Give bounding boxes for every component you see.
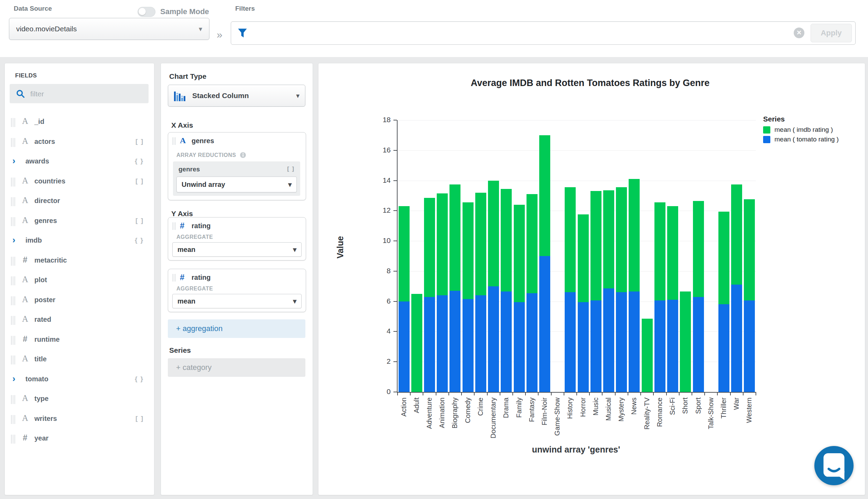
bar-segment-imdb-Romance[interactable] [654, 202, 665, 300]
bar-segment-tomato-Fantasy[interactable] [527, 293, 538, 392]
bar-segment-imdb-War[interactable] [731, 184, 742, 285]
field-item-genres[interactable]: Agenres[ ] [5, 214, 154, 229]
bar-segment-imdb-Family[interactable] [514, 205, 525, 302]
drag-handle-icon[interactable] [11, 316, 12, 325]
drag-handle-icon[interactable] [11, 415, 12, 424]
drag-handle-icon[interactable] [11, 197, 12, 206]
x-axis-encoding-card[interactable]: A genres ARRAY REDUCTIONS genres [ ] Unw… [168, 132, 306, 200]
filters-input[interactable] [252, 24, 786, 42]
drag-handle-icon[interactable] [11, 138, 12, 147]
bar-segment-imdb-Documentary[interactable] [488, 181, 499, 286]
bar-segment-tomato-Music[interactable] [590, 300, 601, 392]
bar-segment-imdb-Animation[interactable] [437, 193, 448, 295]
drag-handle-icon[interactable] [11, 296, 12, 305]
bar-segment-tomato-Film-Noir[interactable] [539, 256, 550, 392]
bar-segment-tomato-Horror[interactable] [578, 302, 589, 392]
field-item-tomato[interactable]: ›tomato{ } [5, 372, 154, 387]
drag-handle-icon[interactable] [172, 137, 173, 145]
chat-widget-button[interactable] [814, 446, 854, 485]
field-search-input[interactable] [30, 87, 144, 101]
data-source-select[interactable]: video.movieDetails ▾ [9, 18, 209, 40]
bar-segment-tomato-Documentary[interactable] [488, 286, 499, 392]
field-item-runtime[interactable]: #runtime [5, 333, 154, 348]
bar-segment-tomato-Romance[interactable] [654, 300, 665, 392]
bar-segment-imdb-Comedy[interactable] [463, 202, 474, 299]
drag-handle-icon[interactable] [11, 435, 12, 444]
bar-segment-tomato-Thriller[interactable] [718, 304, 729, 392]
bar-segment-tomato-Family[interactable] [514, 302, 525, 392]
expand-chevron-icon[interactable]: › [12, 235, 15, 244]
bar-segment-tomato-Sci-Fi[interactable] [667, 300, 678, 392]
bar-segment-imdb-Thriller[interactable] [718, 212, 729, 305]
bar-segment-imdb-Mystery[interactable] [616, 187, 627, 292]
bar-segment-tomato-News[interactable] [629, 291, 640, 392]
drag-handle-icon[interactable] [11, 336, 12, 345]
y-axis-encoding-card-1[interactable]: #ratingAGGREGATEmean▾ [168, 217, 306, 261]
field-item-type[interactable]: Atype [5, 392, 154, 407]
bar-segment-imdb-Western[interactable] [744, 199, 755, 300]
field-item-awards[interactable]: ›awards{ } [5, 155, 154, 170]
field-item-plot[interactable]: Aplot [5, 273, 154, 288]
clear-filter-icon[interactable]: ✕ [794, 28, 804, 38]
drag-handle-icon[interactable] [11, 118, 12, 127]
bar-segment-tomato-Action[interactable] [399, 301, 410, 392]
field-item-title[interactable]: Atitle [5, 352, 154, 368]
aggregate-select[interactable]: mean▾ [172, 294, 302, 308]
field-item-metacritic[interactable]: #metacritic [5, 254, 154, 269]
field-item-_id[interactable]: A_id [5, 115, 154, 130]
expand-chevron-icon[interactable]: › [12, 374, 15, 383]
apply-button[interactable]: Apply [811, 24, 852, 42]
drag-handle-icon[interactable] [11, 217, 12, 226]
field-item-countries[interactable]: Acountries[ ] [5, 174, 154, 190]
bar-segment-tomato-Western[interactable] [744, 300, 755, 392]
bar-segment-tomato-Crime[interactable] [475, 295, 486, 392]
bar-segment-tomato-Biography[interactable] [449, 291, 460, 392]
bar-segment-imdb-News[interactable] [629, 179, 640, 291]
add-category-button[interactable]: + category [168, 358, 305, 377]
field-item-director[interactable]: Adirector [5, 194, 154, 209]
bar-segment-tomato-Sport[interactable] [693, 297, 704, 392]
chart-type-select[interactable]: Stacked Column ▾ [168, 85, 305, 107]
bar-segment-imdb-Adventure[interactable] [424, 198, 435, 297]
y-axis-encoding-card-2[interactable]: #ratingAGGREGATEmean▾ [168, 269, 306, 312]
add-aggregation-button[interactable]: + aggregation [168, 319, 305, 338]
field-item-rated[interactable]: Arated [5, 313, 154, 328]
bar-segment-imdb-Horror[interactable] [578, 214, 589, 302]
bar-segment-imdb-Action[interactable] [399, 206, 410, 301]
bar-segment-imdb-Film-Noir[interactable] [539, 135, 550, 256]
bar-segment-tomato-Animation[interactable] [437, 295, 448, 392]
aggregate-select[interactable]: mean▾ [172, 242, 302, 257]
bar-segment-tomato-War[interactable] [731, 285, 742, 392]
bar-segment-imdb-Sport[interactable] [693, 201, 704, 297]
field-item-writers[interactable]: Awriters[ ] [5, 412, 154, 427]
drag-handle-icon[interactable] [11, 395, 12, 404]
bar-segment-tomato-Adventure[interactable] [424, 297, 435, 392]
bar-segment-imdb-Biography[interactable] [449, 184, 460, 291]
drag-handle-icon[interactable] [11, 355, 12, 364]
drag-handle-icon[interactable] [11, 178, 12, 187]
bar-segment-tomato-History[interactable] [565, 292, 576, 392]
expand-chevron-icon[interactable]: › [12, 156, 15, 165]
bar-segment-imdb-Short[interactable] [680, 291, 691, 392]
bar-segment-tomato-Comedy[interactable] [463, 299, 474, 392]
bar-segment-imdb-Drama[interactable] [501, 189, 512, 291]
bar-segment-tomato-Drama[interactable] [501, 291, 512, 392]
bar-segment-imdb-Fantasy[interactable] [527, 194, 538, 293]
bar-segment-imdb-Adult[interactable] [411, 294, 422, 392]
bar-segment-imdb-Music[interactable] [590, 191, 601, 300]
bar-segment-imdb-History[interactable] [565, 187, 576, 292]
drag-handle-icon[interactable] [172, 222, 173, 230]
sample-mode-toggle[interactable] [138, 7, 155, 17]
field-item-actors[interactable]: Aactors[ ] [5, 135, 154, 150]
bar-segment-tomato-Musical[interactable] [603, 288, 614, 392]
array-reduction-select[interactable]: Unwind array ▾ [176, 177, 297, 192]
field-item-year[interactable]: #year [5, 432, 154, 447]
info-icon[interactable] [240, 152, 246, 158]
bar-segment-imdb-Musical[interactable] [603, 190, 614, 288]
drag-handle-icon[interactable] [172, 274, 173, 282]
bar-segment-imdb-Reality-TV[interactable] [642, 319, 653, 392]
field-item-imdb[interactable]: ›imdb{ } [5, 234, 154, 249]
bar-segment-imdb-Sci-Fi[interactable] [667, 206, 678, 300]
field-item-poster[interactable]: Aposter [5, 293, 154, 308]
bar-segment-imdb-Crime[interactable] [475, 193, 486, 295]
